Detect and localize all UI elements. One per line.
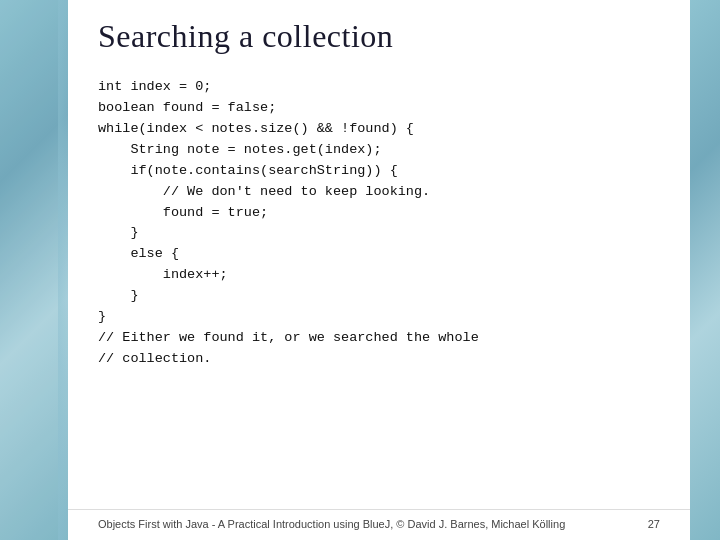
slide-title: Searching a collection <box>98 18 660 55</box>
footer-text: Objects First with Java - A Practical In… <box>98 518 565 530</box>
bg-decoration-right <box>690 0 720 540</box>
bg-decoration-left <box>0 0 68 540</box>
title-area: Searching a collection <box>68 0 690 65</box>
footer: Objects First with Java - A Practical In… <box>68 509 690 540</box>
code-area: int index = 0; boolean found = false; wh… <box>68 65 690 509</box>
code-block: int index = 0; boolean found = false; wh… <box>98 77 660 370</box>
slide-content: Searching a collection int index = 0; bo… <box>68 0 690 540</box>
footer-page: 27 <box>648 518 660 530</box>
